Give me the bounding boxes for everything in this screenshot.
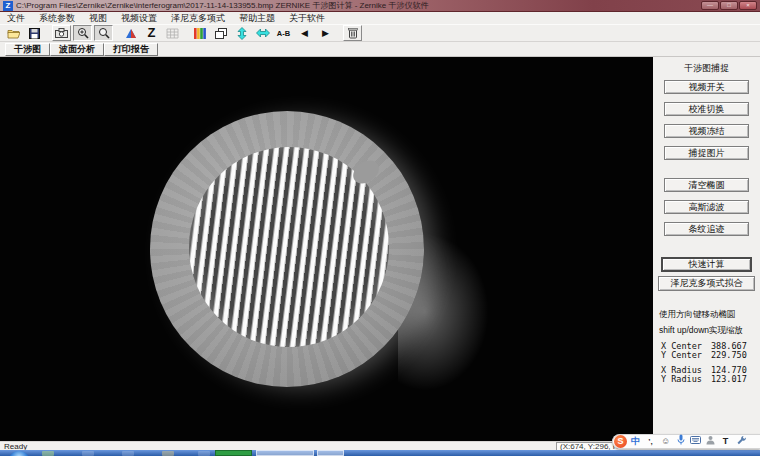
menu-zernike-polynomial[interactable]: 泽尼克多项式 bbox=[164, 12, 232, 24]
microphone-icon[interactable] bbox=[674, 434, 687, 449]
camera-capture-button[interactable] bbox=[52, 25, 71, 41]
zernike-fit-button[interactable]: 泽尼克多项式拟合 bbox=[658, 276, 755, 291]
right-triangle-icon: ▶ bbox=[322, 26, 329, 40]
gaussian-filter-button[interactable]: 高斯滤波 bbox=[664, 200, 749, 214]
start-button[interactable] bbox=[8, 451, 30, 456]
taskbar-icon-5[interactable] bbox=[198, 451, 210, 456]
panel-header: 干涉图捕捉 bbox=[653, 62, 760, 75]
open-file-button[interactable] bbox=[4, 25, 23, 41]
menu-system-params[interactable]: 系统参数 bbox=[32, 12, 82, 24]
grid-icon bbox=[166, 28, 179, 39]
menu-file[interactable]: 文件 bbox=[0, 12, 32, 24]
render-3d-button[interactable] bbox=[121, 25, 140, 41]
minimize-button[interactable]: — bbox=[701, 1, 719, 10]
close-button[interactable]: × bbox=[739, 1, 757, 10]
title-bar: Z C:\Program Files\Zernike\Zernike\inter… bbox=[0, 0, 760, 12]
delete-button[interactable] bbox=[343, 25, 362, 41]
taskbar-running-app-green[interactable] bbox=[215, 450, 252, 456]
taskbar-window-button-1[interactable] bbox=[256, 450, 314, 456]
window-title: C:\Program Files\Zernike\Zernike\interfe… bbox=[16, 0, 428, 12]
previous-button[interactable]: ◀ bbox=[295, 25, 314, 41]
z-letter-icon: Z bbox=[148, 26, 156, 40]
tab-bar: 干涉图 波面分析 打印报告 bbox=[0, 42, 760, 57]
zoom-in-icon bbox=[77, 27, 89, 39]
cascade-windows-icon bbox=[215, 28, 227, 39]
move-vertical-button[interactable] bbox=[232, 25, 251, 41]
horizontal-arrows-icon bbox=[256, 28, 270, 38]
taskbar-icon-2[interactable] bbox=[82, 451, 94, 456]
next-button[interactable]: ▶ bbox=[316, 25, 335, 41]
open-folder-icon bbox=[7, 28, 20, 39]
zernike-z-button[interactable]: Z bbox=[142, 25, 161, 41]
windows-taskbar bbox=[0, 450, 760, 456]
calibration-toggle-button[interactable]: 校准切换 bbox=[664, 102, 749, 116]
control-panel: 干涉图捕捉 视频开关 校准切换 视频冻结 捕捉图片 清空椭圆 高斯滤波 条纹追迹… bbox=[653, 57, 760, 450]
menu-bar: 文件 系统参数 视图 视频设置 泽尼克多项式 帮助主题 关于软件 bbox=[0, 12, 760, 24]
grid-toggle-button[interactable] bbox=[163, 25, 182, 41]
wrench-icon[interactable] bbox=[734, 435, 747, 449]
cascade-windows-button[interactable] bbox=[211, 25, 230, 41]
zoom-out-button[interactable] bbox=[94, 25, 113, 41]
left-triangle-icon: ◀ bbox=[301, 26, 308, 40]
zoom-out-icon bbox=[98, 27, 110, 39]
y-center-readout: Y Center 229.750 bbox=[661, 350, 747, 360]
tab-print-report[interactable]: 打印报告 bbox=[104, 43, 158, 56]
tab-interferogram[interactable]: 干涉图 bbox=[5, 43, 50, 56]
y-radius-value: 123.017 bbox=[711, 374, 747, 384]
trash-icon bbox=[348, 27, 358, 39]
capture-image-button[interactable]: 捕捉图片 bbox=[664, 146, 749, 160]
taskbar-window-button-2[interactable] bbox=[317, 450, 344, 456]
y-radius-label: Y Radius bbox=[661, 374, 711, 384]
app-icon: Z bbox=[3, 1, 13, 11]
clear-ellipse-button[interactable]: 清空椭圆 bbox=[664, 178, 749, 192]
menu-video-settings[interactable]: 视频设置 bbox=[114, 12, 164, 24]
video-freeze-button[interactable]: 视频冻结 bbox=[664, 124, 749, 138]
taskbar-icon-4[interactable] bbox=[162, 451, 174, 456]
colormap-button[interactable] bbox=[190, 25, 209, 41]
vertical-arrows-icon bbox=[237, 27, 247, 40]
taskbar-icon-3[interactable] bbox=[122, 451, 134, 456]
ime-language-toggle[interactable]: 中 bbox=[629, 435, 642, 448]
ime-punctuation-toggle[interactable]: ’, bbox=[644, 435, 657, 448]
save-button[interactable] bbox=[25, 25, 44, 41]
floppy-disk-icon bbox=[29, 28, 40, 39]
sogou-logo-icon[interactable]: S bbox=[614, 435, 627, 448]
y-radius-readout: Y Radius 123.017 bbox=[661, 374, 747, 384]
quick-compute-button[interactable]: 快速计算 bbox=[661, 257, 752, 272]
video-switch-button[interactable]: 视频开关 bbox=[664, 80, 749, 94]
camera-icon bbox=[55, 28, 68, 38]
emoji-icon[interactable]: ☺ bbox=[659, 435, 672, 448]
ab-compare-button[interactable]: A-B bbox=[274, 25, 293, 41]
toolbar: Z A-B ◀ ▶ bbox=[0, 24, 760, 42]
hint-shift-zoom: shift up/down实现缩放 bbox=[659, 325, 743, 337]
hint-move-ellipse: 使用方向键移动椭圆 bbox=[659, 309, 736, 321]
interferogram-view[interactable] bbox=[0, 57, 653, 441]
menu-about[interactable]: 关于软件 bbox=[282, 12, 332, 24]
menu-help[interactable]: 帮助主题 bbox=[232, 12, 282, 24]
y-center-value: 229.750 bbox=[711, 350, 747, 360]
a-b-label: A-B bbox=[277, 29, 290, 38]
tab-wavefront-analysis[interactable]: 波面分析 bbox=[50, 43, 104, 56]
skin-icon[interactable]: T bbox=[719, 435, 732, 448]
move-horizontal-button[interactable] bbox=[253, 25, 272, 41]
menu-view[interactable]: 视图 bbox=[82, 12, 114, 24]
user-icon[interactable] bbox=[704, 435, 717, 449]
fringe-trace-button[interactable]: 条纹追迹 bbox=[664, 222, 749, 236]
taskbar-icon-1[interactable] bbox=[42, 451, 54, 456]
window-controls: — □ × bbox=[701, 1, 757, 10]
3d-surface-icon bbox=[125, 28, 137, 39]
zoom-in-button[interactable] bbox=[73, 25, 92, 41]
keyboard-icon[interactable] bbox=[689, 435, 702, 448]
restore-button[interactable]: □ bbox=[720, 1, 738, 10]
y-center-label: Y Center bbox=[661, 350, 711, 360]
rainbow-bars-icon bbox=[194, 28, 206, 39]
ime-toolbar: S 中 ’, ☺ T bbox=[612, 434, 760, 449]
